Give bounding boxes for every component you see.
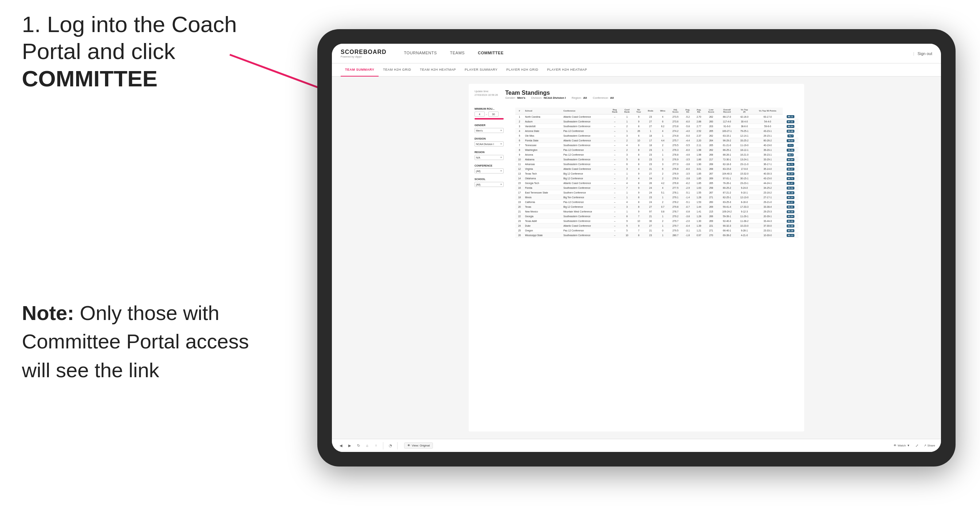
- nav-bar: SCOREBOARD Powered by clippd TOURNAMENTS…: [332, 44, 941, 63]
- toolbar-share-bar[interactable]: ↑: [373, 443, 379, 449]
- sub-nav-player-h2h-grid[interactable]: PLAYER H2H GRID: [502, 63, 543, 76]
- toolbar-clock[interactable]: ◔: [387, 443, 393, 449]
- watch-button[interactable]: 👁 Watch ▼: [894, 444, 910, 447]
- school-select[interactable]: (All) ▼: [474, 182, 504, 187]
- col-adj-score: Adj.Score: [669, 108, 682, 114]
- table-cell: 1: [644, 129, 657, 133]
- table-cell: Southeastern Conference: [562, 219, 609, 224]
- col-no-tour: NoTour: [633, 108, 644, 114]
- table-cell: 2: [621, 148, 633, 152]
- conference-select[interactable]: (All) ▼: [474, 168, 504, 173]
- table-cell: Virginia: [524, 167, 562, 171]
- view-original-button[interactable]: 👁 View: Original: [404, 443, 433, 449]
- table-cell: 2.88: [693, 119, 705, 124]
- region-section-label: Region: [474, 151, 511, 154]
- conference-select-arrow: ▼: [500, 170, 502, 172]
- table-cell: –: [609, 190, 621, 195]
- table-cell: –: [609, 214, 621, 219]
- nav-tournaments[interactable]: TOURNAMENTS: [398, 44, 444, 63]
- table-cell: Vanderbilt: [524, 124, 562, 129]
- division-select[interactable]: NCAA Division I ▼: [474, 141, 504, 146]
- share-button[interactable]: ↗ Share: [924, 444, 935, 447]
- table-cell: -5.1: [682, 200, 693, 205]
- table-cell: 1: [657, 133, 669, 138]
- col-vs-top25: Vs Top25: [736, 108, 752, 114]
- table-cell: Georgia: [524, 214, 562, 219]
- min-rounds-max[interactable]: 30: [488, 111, 499, 117]
- min-rounds-section: Minimum Rou... 4 – 30: [474, 108, 511, 119]
- table-cell: 0: [657, 228, 669, 233]
- nav-committee[interactable]: COMMITTEE: [471, 44, 510, 63]
- table-cell: -1.8: [682, 233, 693, 238]
- table-cell: 24: [644, 186, 657, 190]
- table-cell: Mississippi State: [524, 233, 562, 238]
- table-cell: 1: [621, 190, 633, 195]
- sub-nav-player-h2h-heatmap[interactable]: PLAYER H2H HEATMAP: [543, 63, 592, 76]
- table-cell: 20-39-1: [752, 214, 783, 219]
- table-cell: Big Ten Conference: [562, 195, 609, 200]
- range-slider[interactable]: [474, 118, 504, 119]
- toolbar-refresh[interactable]: ↻: [355, 443, 362, 449]
- note-area: Note: Only those with Committee Portal a…: [22, 189, 270, 384]
- nav-teams[interactable]: TEAMS: [444, 44, 471, 63]
- table-cell: 2: [657, 171, 669, 176]
- table-cell: -2.9: [682, 186, 693, 190]
- table-cell: 42-16-0: [736, 114, 752, 119]
- table-cell: 12: [515, 167, 524, 171]
- table-cell: –: [609, 176, 621, 181]
- table-row: 17East Tennessee StateSouthern Conferenc…: [515, 190, 799, 195]
- toolbar-forward[interactable]: ▶: [347, 443, 353, 449]
- table-cell: East Tennessee State: [524, 190, 562, 195]
- gender-select-arrow: ▼: [500, 129, 502, 132]
- table-cell: 9: [633, 186, 644, 190]
- toolbar-expand[interactable]: ⤢: [914, 443, 920, 449]
- table-cell: 5: [621, 157, 633, 162]
- sub-nav-team-h2h-grid[interactable]: TEAM H2H GRID: [379, 63, 415, 76]
- table-cell: 273.6: [669, 119, 682, 124]
- conference-section-label: Conference: [474, 164, 511, 167]
- sub-nav-team-summary[interactable]: TEAM SUMMARY: [340, 63, 379, 76]
- table-cell: 33-25-2: [736, 138, 752, 143]
- table-cell: 279.5: [669, 228, 682, 233]
- table-cell: 26: [633, 129, 644, 133]
- sub-nav-team-h2h-heatmap[interactable]: TEAM H2H HEATMAP: [415, 63, 460, 76]
- table-cell: -3.5: [682, 157, 693, 162]
- table-cell: 76-26-1: [718, 181, 736, 186]
- toolbar-back[interactable]: ◀: [338, 443, 344, 449]
- table-cell: 29-21-0: [752, 200, 783, 205]
- table-cell: -6.0: [682, 119, 693, 124]
- table-cell: 20: [515, 205, 524, 209]
- table-cell: 0.7: [657, 205, 669, 209]
- gender-select[interactable]: Men's ▼: [474, 128, 504, 133]
- table-cell: 27: [644, 171, 657, 176]
- table-cell: 1: [621, 209, 633, 214]
- main-content: Update time: 27/03/2024 16:56:26 Team St…: [332, 76, 941, 439]
- table-cell: 87-21-2: [718, 190, 736, 195]
- table-cell: –: [609, 119, 621, 124]
- table-cell: 260: [705, 119, 718, 124]
- table-cell: 1.55: [693, 190, 705, 195]
- standings-panel: Update time: 27/03/2024 16:56:26 Team St…: [469, 84, 804, 432]
- table-cell: 34-25-2: [752, 186, 783, 190]
- sub-nav-player-summary[interactable]: PLAYER SUMMARY: [460, 63, 502, 76]
- table-cell: 104-40-3: [718, 171, 736, 176]
- table-cell: 3: [621, 152, 633, 157]
- col-reg-rank: RegRank: [609, 108, 621, 114]
- table-cell: 117-4-0: [718, 119, 736, 124]
- table-cell: –: [609, 129, 621, 133]
- table-cell: 268: [705, 167, 718, 171]
- table-cell: –: [609, 219, 621, 224]
- table-cell: 1.85: [693, 176, 705, 181]
- table-cell: 4-21-0: [736, 233, 752, 238]
- toolbar-home[interactable]: ⌂: [364, 443, 371, 449]
- table-cell: 9-10-1: [736, 190, 752, 195]
- table-cell: 80.47: [783, 181, 799, 186]
- sign-out[interactable]: | Sign out: [913, 51, 932, 56]
- table-cell: Georgia Tech: [524, 181, 562, 186]
- table-cell: 27: [644, 224, 657, 228]
- min-rounds-min[interactable]: 4: [474, 111, 485, 117]
- gender-section-label: Gender: [474, 124, 511, 127]
- logo-sub: Powered by clippd: [340, 56, 387, 58]
- region-select[interactable]: N/A ▼: [474, 155, 504, 160]
- table-cell: 30: [644, 219, 657, 224]
